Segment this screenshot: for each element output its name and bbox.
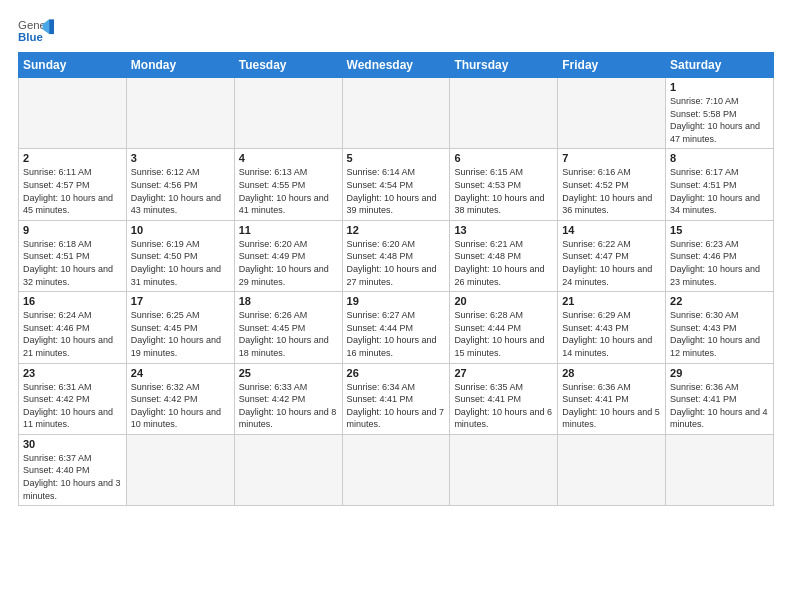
day-number: 11 [239, 224, 338, 236]
day-info: Sunrise: 6:16 AM Sunset: 4:52 PM Dayligh… [562, 166, 661, 216]
day-info: Sunrise: 6:22 AM Sunset: 4:47 PM Dayligh… [562, 238, 661, 288]
day-info: Sunrise: 6:32 AM Sunset: 4:42 PM Dayligh… [131, 381, 230, 431]
day-number: 10 [131, 224, 230, 236]
day-cell: 10Sunrise: 6:19 AM Sunset: 4:50 PM Dayli… [126, 220, 234, 291]
day-cell: 20Sunrise: 6:28 AM Sunset: 4:44 PM Dayli… [450, 292, 558, 363]
day-cell: 28Sunrise: 6:36 AM Sunset: 4:41 PM Dayli… [558, 363, 666, 434]
day-cell: 8Sunrise: 6:17 AM Sunset: 4:51 PM Daylig… [666, 149, 774, 220]
day-number: 25 [239, 367, 338, 379]
day-info: Sunrise: 6:37 AM Sunset: 4:40 PM Dayligh… [23, 452, 122, 502]
day-info: Sunrise: 6:24 AM Sunset: 4:46 PM Dayligh… [23, 309, 122, 359]
day-number: 17 [131, 295, 230, 307]
week-row-0: 1Sunrise: 7:10 AM Sunset: 5:58 PM Daylig… [19, 78, 774, 149]
day-number: 30 [23, 438, 122, 450]
day-info: Sunrise: 6:23 AM Sunset: 4:46 PM Dayligh… [670, 238, 769, 288]
day-cell: 3Sunrise: 6:12 AM Sunset: 4:56 PM Daylig… [126, 149, 234, 220]
header: General Blue [18, 16, 774, 44]
day-number: 7 [562, 152, 661, 164]
day-cell: 25Sunrise: 6:33 AM Sunset: 4:42 PM Dayli… [234, 363, 342, 434]
day-number: 3 [131, 152, 230, 164]
logo: General Blue [18, 16, 54, 44]
page: General Blue SundayMondayTuesdayWednesda… [0, 0, 792, 612]
day-cell: 14Sunrise: 6:22 AM Sunset: 4:47 PM Dayli… [558, 220, 666, 291]
day-cell [126, 434, 234, 505]
day-cell [450, 434, 558, 505]
day-cell: 5Sunrise: 6:14 AM Sunset: 4:54 PM Daylig… [342, 149, 450, 220]
day-cell [342, 78, 450, 149]
day-number: 15 [670, 224, 769, 236]
day-cell [558, 434, 666, 505]
week-row-2: 9Sunrise: 6:18 AM Sunset: 4:51 PM Daylig… [19, 220, 774, 291]
svg-text:Blue: Blue [18, 31, 43, 43]
weekday-tuesday: Tuesday [234, 53, 342, 78]
day-cell [450, 78, 558, 149]
day-cell: 9Sunrise: 6:18 AM Sunset: 4:51 PM Daylig… [19, 220, 127, 291]
day-info: Sunrise: 6:30 AM Sunset: 4:43 PM Dayligh… [670, 309, 769, 359]
day-info: Sunrise: 6:34 AM Sunset: 4:41 PM Dayligh… [347, 381, 446, 431]
day-info: Sunrise: 6:31 AM Sunset: 4:42 PM Dayligh… [23, 381, 122, 431]
day-cell: 4Sunrise: 6:13 AM Sunset: 4:55 PM Daylig… [234, 149, 342, 220]
week-row-3: 16Sunrise: 6:24 AM Sunset: 4:46 PM Dayli… [19, 292, 774, 363]
day-number: 12 [347, 224, 446, 236]
day-info: Sunrise: 6:20 AM Sunset: 4:49 PM Dayligh… [239, 238, 338, 288]
day-info: Sunrise: 6:28 AM Sunset: 4:44 PM Dayligh… [454, 309, 553, 359]
day-info: Sunrise: 6:20 AM Sunset: 4:48 PM Dayligh… [347, 238, 446, 288]
svg-marker-2 [49, 19, 54, 34]
day-cell: 7Sunrise: 6:16 AM Sunset: 4:52 PM Daylig… [558, 149, 666, 220]
day-info: Sunrise: 6:36 AM Sunset: 4:41 PM Dayligh… [670, 381, 769, 431]
day-number: 27 [454, 367, 553, 379]
day-cell [342, 434, 450, 505]
day-info: Sunrise: 6:25 AM Sunset: 4:45 PM Dayligh… [131, 309, 230, 359]
day-cell [19, 78, 127, 149]
day-info: Sunrise: 6:19 AM Sunset: 4:50 PM Dayligh… [131, 238, 230, 288]
day-cell: 27Sunrise: 6:35 AM Sunset: 4:41 PM Dayli… [450, 363, 558, 434]
day-number: 19 [347, 295, 446, 307]
day-cell: 24Sunrise: 6:32 AM Sunset: 4:42 PM Dayli… [126, 363, 234, 434]
day-cell: 30Sunrise: 6:37 AM Sunset: 4:40 PM Dayli… [19, 434, 127, 505]
day-number: 20 [454, 295, 553, 307]
day-cell [234, 434, 342, 505]
day-number: 2 [23, 152, 122, 164]
day-info: Sunrise: 6:21 AM Sunset: 4:48 PM Dayligh… [454, 238, 553, 288]
week-row-5: 30Sunrise: 6:37 AM Sunset: 4:40 PM Dayli… [19, 434, 774, 505]
day-info: Sunrise: 6:14 AM Sunset: 4:54 PM Dayligh… [347, 166, 446, 216]
day-number: 18 [239, 295, 338, 307]
weekday-saturday: Saturday [666, 53, 774, 78]
day-cell: 17Sunrise: 6:25 AM Sunset: 4:45 PM Dayli… [126, 292, 234, 363]
day-number: 16 [23, 295, 122, 307]
day-cell: 22Sunrise: 6:30 AM Sunset: 4:43 PM Dayli… [666, 292, 774, 363]
day-cell: 13Sunrise: 6:21 AM Sunset: 4:48 PM Dayli… [450, 220, 558, 291]
day-cell: 15Sunrise: 6:23 AM Sunset: 4:46 PM Dayli… [666, 220, 774, 291]
day-info: Sunrise: 6:17 AM Sunset: 4:51 PM Dayligh… [670, 166, 769, 216]
day-cell: 6Sunrise: 6:15 AM Sunset: 4:53 PM Daylig… [450, 149, 558, 220]
logo-icon: General Blue [18, 16, 54, 44]
day-info: Sunrise: 6:29 AM Sunset: 4:43 PM Dayligh… [562, 309, 661, 359]
day-number: 8 [670, 152, 769, 164]
day-info: Sunrise: 6:27 AM Sunset: 4:44 PM Dayligh… [347, 309, 446, 359]
day-number: 13 [454, 224, 553, 236]
day-cell: 11Sunrise: 6:20 AM Sunset: 4:49 PM Dayli… [234, 220, 342, 291]
day-number: 14 [562, 224, 661, 236]
weekday-monday: Monday [126, 53, 234, 78]
day-number: 24 [131, 367, 230, 379]
weekday-wednesday: Wednesday [342, 53, 450, 78]
day-number: 6 [454, 152, 553, 164]
day-info: Sunrise: 6:26 AM Sunset: 4:45 PM Dayligh… [239, 309, 338, 359]
day-cell [234, 78, 342, 149]
day-number: 21 [562, 295, 661, 307]
day-cell: 16Sunrise: 6:24 AM Sunset: 4:46 PM Dayli… [19, 292, 127, 363]
day-cell: 19Sunrise: 6:27 AM Sunset: 4:44 PM Dayli… [342, 292, 450, 363]
day-info: Sunrise: 6:13 AM Sunset: 4:55 PM Dayligh… [239, 166, 338, 216]
weekday-friday: Friday [558, 53, 666, 78]
day-number: 9 [23, 224, 122, 236]
day-info: Sunrise: 6:35 AM Sunset: 4:41 PM Dayligh… [454, 381, 553, 431]
day-number: 29 [670, 367, 769, 379]
day-info: Sunrise: 7:10 AM Sunset: 5:58 PM Dayligh… [670, 95, 769, 145]
day-cell: 29Sunrise: 6:36 AM Sunset: 4:41 PM Dayli… [666, 363, 774, 434]
week-row-1: 2Sunrise: 6:11 AM Sunset: 4:57 PM Daylig… [19, 149, 774, 220]
day-info: Sunrise: 6:33 AM Sunset: 4:42 PM Dayligh… [239, 381, 338, 431]
day-cell: 23Sunrise: 6:31 AM Sunset: 4:42 PM Dayli… [19, 363, 127, 434]
day-cell [126, 78, 234, 149]
weekday-thursday: Thursday [450, 53, 558, 78]
day-number: 26 [347, 367, 446, 379]
